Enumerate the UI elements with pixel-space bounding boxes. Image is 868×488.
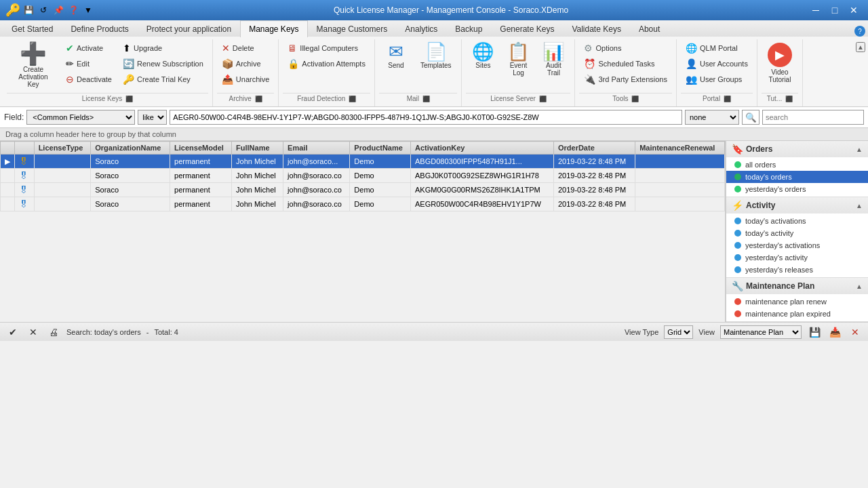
scheduled-tasks-button[interactable]: ⏰ Scheduled Tasks bbox=[579, 56, 672, 71]
todays-activity-item[interactable]: today's activity bbox=[726, 227, 868, 239]
todays-orders-item[interactable]: today's orders bbox=[726, 171, 868, 183]
tab-get-started[interactable]: Get Started bbox=[3, 20, 62, 37]
search-input[interactable] bbox=[762, 110, 864, 125]
maximize-button[interactable]: □ bbox=[826, 3, 844, 17]
video-tutorial-button[interactable]: ▶ VideoTutorial bbox=[762, 39, 798, 87]
mail-expand-icon[interactable]: ⬛ bbox=[422, 96, 430, 102]
tab-analytics[interactable]: Analytics bbox=[396, 20, 446, 37]
yesterdays-orders-item[interactable]: yesterday's orders bbox=[726, 183, 868, 195]
view-delete-button[interactable]: ✕ bbox=[848, 325, 863, 340]
table-row[interactable]: 🎖 Soraco permanent John Michel john@sora… bbox=[1, 183, 725, 197]
maintenance-section-header[interactable]: 🔧 Maintenance Plan ▲ bbox=[726, 278, 868, 294]
status-cancel-button[interactable]: ✕ bbox=[26, 325, 41, 340]
help-quick-btn[interactable]: ❓ bbox=[66, 3, 80, 17]
license-keys-expand-icon[interactable]: ⬛ bbox=[125, 96, 133, 102]
col-header-activation-key[interactable]: ActivationKey bbox=[411, 142, 554, 155]
create-trial-key-button[interactable]: 🔑 Create Trial Key bbox=[118, 72, 208, 87]
audit-trail-button[interactable]: 📊 AuditTrail bbox=[536, 39, 570, 80]
view-select[interactable]: Maintenance Plan bbox=[720, 325, 802, 339]
view-save-as-button[interactable]: 📥 bbox=[827, 325, 842, 340]
activity-section-header[interactable]: ⚡ Activity ▲ bbox=[726, 197, 868, 214]
todays-activations-item[interactable]: today's activations bbox=[726, 215, 868, 227]
user-groups-button[interactable]: 👥 User Groups bbox=[681, 72, 753, 87]
tools-expand-icon[interactable]: ⬛ bbox=[631, 96, 639, 102]
tab-validate-keys[interactable]: Validate Keys bbox=[563, 20, 630, 37]
col-header-full-name[interactable]: FullName bbox=[232, 142, 283, 155]
qlm-portal-button[interactable]: 🌐 QLM Portal bbox=[681, 41, 753, 56]
undo-quick-btn[interactable]: ↺ bbox=[37, 3, 50, 17]
ribbon-group-fraud-items: 🖥 Illegal Computers 🔒 Activation Attempt… bbox=[283, 39, 370, 92]
col-header-org-name[interactable]: OrganizationName bbox=[91, 142, 170, 155]
renew-subscription-button[interactable]: 🔄 Renew Subscription bbox=[118, 56, 208, 71]
tutorial-expand-icon[interactable]: ⬛ bbox=[785, 96, 793, 102]
sites-button[interactable]: 🌐 Sites bbox=[466, 39, 500, 73]
view-type-select[interactable]: Grid bbox=[664, 325, 693, 339]
activity-collapse-icon[interactable]: ▲ bbox=[856, 202, 863, 209]
tab-about[interactable]: About bbox=[630, 20, 669, 37]
license-server-expand-icon[interactable]: ⬛ bbox=[539, 96, 547, 102]
all-orders-item[interactable]: all orders bbox=[726, 159, 868, 171]
tab-protect-app[interactable]: Protect your application bbox=[138, 20, 240, 37]
send-button[interactable]: ✉ Send bbox=[379, 39, 413, 73]
col-header-indicator[interactable] bbox=[1, 142, 15, 155]
table-row[interactable]: 🎖 Soraco permanent John Michel john@sora… bbox=[1, 169, 725, 183]
portal-expand-icon[interactable]: ⬛ bbox=[724, 96, 731, 102]
archive-expand-icon[interactable]: ⬛ bbox=[255, 96, 262, 102]
field-select[interactable]: <Common Fields> bbox=[26, 110, 135, 125]
groupby-select[interactable]: none bbox=[685, 110, 739, 125]
tab-define-products[interactable]: Define Products bbox=[62, 20, 137, 37]
tab-generate-keys[interactable]: Generate Keys bbox=[491, 20, 563, 37]
event-log-button[interactable]: 📋 EventLog bbox=[501, 39, 535, 80]
dropdown-quick-btn[interactable]: ▼ bbox=[81, 3, 95, 17]
yesterdays-releases-item[interactable]: yesterday's releases bbox=[726, 264, 868, 276]
archive-button[interactable]: 📦 Archive bbox=[217, 56, 275, 71]
maintenance-plan-renew-item[interactable]: maintenance plan renew bbox=[726, 296, 868, 308]
data-grid[interactable]: LicenseType OrganizationName LicenseMode… bbox=[0, 141, 726, 322]
maintenance-collapse-icon[interactable]: ▲ bbox=[856, 283, 863, 290]
activation-attempts-button[interactable]: 🔒 Activation Attempts bbox=[283, 56, 370, 71]
close-button[interactable]: ✕ bbox=[845, 3, 863, 17]
deactivate-button[interactable]: ⊖ Deactivate bbox=[61, 72, 117, 87]
help-icon[interactable]: ? bbox=[854, 26, 865, 37]
unarchive-button[interactable]: 📤 Unarchive bbox=[217, 72, 275, 87]
fraud-expand-icon[interactable]: ⬛ bbox=[349, 96, 356, 102]
table-row[interactable]: ▶ 🎖 Soraco permanent John Michel john@so… bbox=[1, 155, 725, 169]
yesterdays-activity-item[interactable]: yesterday's activity bbox=[726, 251, 868, 264]
table-row[interactable]: 🎖 Soraco permanent John Michel john@sora… bbox=[1, 197, 725, 211]
pin-quick-btn[interactable]: 📌 bbox=[52, 3, 65, 17]
filter-value-input[interactable] bbox=[170, 110, 682, 125]
illegal-computers-button[interactable]: 🖥 Illegal Computers bbox=[283, 41, 370, 56]
user-accounts-button[interactable]: 👤 User Accounts bbox=[681, 56, 753, 71]
tab-manage-keys[interactable]: Manage Keys bbox=[240, 20, 307, 37]
activate-button[interactable]: ✔ Activate bbox=[61, 41, 117, 56]
col-header-icon[interactable] bbox=[15, 142, 35, 155]
col-header-order-date[interactable]: OrderDate bbox=[553, 142, 635, 155]
status-print-button[interactable]: 🖨 bbox=[46, 325, 61, 340]
templates-button[interactable]: 📄 Templates bbox=[414, 39, 458, 73]
col-header-license-type[interactable]: LicenseType bbox=[34, 142, 91, 155]
delete-button[interactable]: ✕ Delete bbox=[217, 41, 275, 56]
collapse-ribbon-button[interactable]: ▲ bbox=[856, 42, 865, 52]
col-header-license-model[interactable]: LicenseModel bbox=[170, 142, 232, 155]
operator-select[interactable]: like bbox=[138, 110, 167, 125]
options-button[interactable]: ⚙ Options bbox=[579, 41, 672, 56]
create-activation-key-button[interactable]: ➕ CreateActivation Key bbox=[7, 39, 60, 92]
search-button[interactable]: 🔍 bbox=[742, 110, 760, 125]
orders-collapse-icon[interactable]: ▲ bbox=[856, 146, 863, 153]
tab-backup[interactable]: Backup bbox=[446, 20, 491, 37]
row-icon: 🎖 bbox=[19, 184, 28, 195]
3rd-party-extensions-button[interactable]: 🔌 3rd Party Extensions bbox=[579, 72, 672, 87]
minimize-button[interactable]: ─ bbox=[807, 3, 825, 17]
col-header-email[interactable]: Email bbox=[283, 142, 350, 155]
yesterdays-activations-item[interactable]: yesterday's activations bbox=[726, 239, 868, 251]
col-header-product-name[interactable]: ProductName bbox=[350, 142, 411, 155]
orders-section-header[interactable]: 🔖 Orders ▲ bbox=[726, 141, 868, 157]
edit-button[interactable]: ✏ Edit bbox=[61, 56, 117, 71]
tab-manage-customers[interactable]: Manage Customers bbox=[308, 20, 397, 37]
view-save-button[interactable]: 💾 bbox=[807, 325, 822, 340]
col-header-maintenance[interactable]: MaintenanceRenewal bbox=[635, 142, 725, 155]
status-check-button[interactable]: ✔ bbox=[5, 325, 20, 340]
maintenance-plan-expired-item[interactable]: maintenance plan expired bbox=[726, 308, 868, 320]
save-quick-btn[interactable]: 💾 bbox=[22, 3, 35, 17]
upgrade-button[interactable]: ⬆ Upgrade bbox=[118, 41, 208, 56]
